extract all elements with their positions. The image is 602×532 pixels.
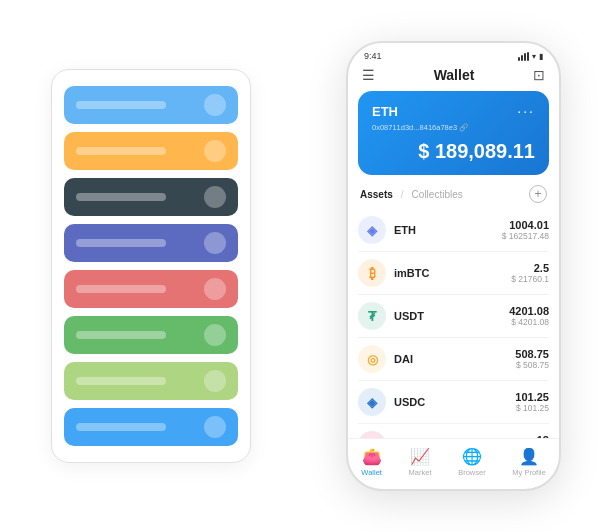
card-stack [51, 69, 251, 463]
asset-left: ◈ USDC [358, 388, 425, 416]
asset-icon-usdc: ◈ [358, 388, 386, 416]
stack-card-icon [204, 140, 226, 162]
stack-card-bar [76, 239, 166, 247]
nav-icon: 📈 [410, 447, 430, 466]
battery-icon: ▮ [539, 52, 543, 61]
asset-right: 101.25 $ 101.25 [515, 391, 549, 413]
menu-icon[interactable]: ☰ [362, 67, 375, 83]
stack-card-icon [204, 94, 226, 116]
status-icons: ▾ ▮ [518, 52, 543, 61]
tab-assets[interactable]: Assets [360, 189, 393, 200]
stack-card-bar [76, 147, 166, 155]
stack-card-indigo[interactable] [64, 224, 238, 262]
eth-card-address: 0x08711d3d...8416a78e3 🔗 [372, 123, 535, 132]
asset-icon-usdt: ₮ [358, 302, 386, 330]
asset-usd: $ 101.25 [515, 403, 549, 413]
asset-icon-imbtc: ₿ [358, 259, 386, 287]
eth-card-menu[interactable]: ··· [517, 103, 535, 119]
asset-name: USDC [394, 396, 425, 408]
stack-card-bar [76, 101, 166, 109]
nav-item-browser[interactable]: 🌐 Browser [458, 447, 486, 477]
asset-left: ◈ ETH [358, 216, 416, 244]
nav-label: Wallet [361, 468, 382, 477]
scan-icon[interactable]: ⊡ [533, 67, 545, 83]
stack-card-blue-light[interactable] [64, 86, 238, 124]
status-bar: 9:41 ▾ ▮ [348, 43, 559, 65]
asset-row[interactable]: ◈ USDC 101.25 $ 101.25 [358, 381, 549, 424]
eth-card-label: ETH [372, 104, 398, 119]
signal-icon [518, 52, 529, 61]
nav-icon: 🌐 [462, 447, 482, 466]
asset-icon-tft: 🌿 [358, 431, 386, 438]
stack-card-icon [204, 232, 226, 254]
stack-card-bar [76, 377, 166, 385]
stack-card-icon [204, 186, 226, 208]
asset-left: ₿ imBTC [358, 259, 429, 287]
stack-card-blue[interactable] [64, 408, 238, 446]
stack-card-red[interactable] [64, 270, 238, 308]
eth-card-balance: $ 189,089.11 [372, 140, 535, 163]
stack-card-bar [76, 423, 166, 431]
stack-card-orange[interactable] [64, 132, 238, 170]
nav-label: My Profile [512, 468, 545, 477]
asset-usd: $ 21760.1 [511, 274, 549, 284]
nav-icon: 👛 [362, 447, 382, 466]
asset-row[interactable]: ₿ imBTC 2.5 $ 21760.1 [358, 252, 549, 295]
nav-label: Browser [458, 468, 486, 477]
asset-left: 🌿 TFT [358, 431, 414, 438]
asset-row[interactable]: ₮ USDT 4201.08 $ 4201.08 [358, 295, 549, 338]
stack-card-icon [204, 416, 226, 438]
stack-card-dark-blue-gray[interactable] [64, 178, 238, 216]
stack-card-bar [76, 285, 166, 293]
asset-row[interactable]: ◎ DAI 508.75 $ 508.75 [358, 338, 549, 381]
asset-usd: $ 508.75 [515, 360, 549, 370]
tab-collectibles[interactable]: Collectibles [412, 189, 463, 200]
asset-usd: $ 162517.48 [502, 231, 549, 241]
asset-name: ETH [394, 224, 416, 236]
stack-card-icon [204, 370, 226, 392]
asset-row[interactable]: 🌿 TFT 13 0 [358, 424, 549, 438]
asset-usd: $ 4201.08 [509, 317, 549, 327]
asset-icon-eth: ◈ [358, 216, 386, 244]
assets-header: Assets / Collectibles + [348, 185, 559, 209]
phone-mockup: 9:41 ▾ ▮ ☰ Wallet ⊡ ETH ··· [346, 41, 561, 491]
asset-left: ₮ USDT [358, 302, 424, 330]
add-asset-button[interactable]: + [529, 185, 547, 203]
asset-amount: 101.25 [515, 391, 549, 403]
asset-right: 4201.08 $ 4201.08 [509, 305, 549, 327]
asset-amount: 1004.01 [502, 219, 549, 231]
stack-card-bar [76, 331, 166, 339]
stack-card-icon [204, 324, 226, 346]
wifi-icon: ▾ [532, 52, 536, 61]
scene: 9:41 ▾ ▮ ☰ Wallet ⊡ ETH ··· [21, 21, 581, 511]
page-title: Wallet [434, 67, 475, 83]
asset-icon-dai: ◎ [358, 345, 386, 373]
asset-amount: 2.5 [511, 262, 549, 274]
stack-card-icon [204, 278, 226, 300]
nav-icon: 👤 [519, 447, 539, 466]
asset-name: DAI [394, 353, 413, 365]
nav-item-wallet[interactable]: 👛 Wallet [361, 447, 382, 477]
asset-right: 508.75 $ 508.75 [515, 348, 549, 370]
nav-item-my-profile[interactable]: 👤 My Profile [512, 447, 545, 477]
status-time: 9:41 [364, 51, 382, 61]
tab-divider: / [401, 189, 404, 200]
assets-tabs: Assets / Collectibles [360, 189, 463, 200]
asset-amount: 508.75 [515, 348, 549, 360]
stack-card-green[interactable] [64, 316, 238, 354]
stack-card-light-green[interactable] [64, 362, 238, 400]
asset-amount: 4201.08 [509, 305, 549, 317]
asset-right: 2.5 $ 21760.1 [511, 262, 549, 284]
phone-header: ☰ Wallet ⊡ [348, 65, 559, 91]
bottom-nav: 👛 Wallet 📈 Market 🌐 Browser 👤 My Profile [348, 438, 559, 489]
asset-list: ◈ ETH 1004.01 $ 162517.48 ₿ imBTC 2.5 $ … [348, 209, 559, 438]
stack-card-bar [76, 193, 166, 201]
asset-left: ◎ DAI [358, 345, 413, 373]
asset-name: imBTC [394, 267, 429, 279]
nav-label: Market [409, 468, 432, 477]
nav-item-market[interactable]: 📈 Market [409, 447, 432, 477]
asset-row[interactable]: ◈ ETH 1004.01 $ 162517.48 [358, 209, 549, 252]
eth-card[interactable]: ETH ··· 0x08711d3d...8416a78e3 🔗 $ 189,0… [358, 91, 549, 175]
asset-name: USDT [394, 310, 424, 322]
asset-right: 1004.01 $ 162517.48 [502, 219, 549, 241]
